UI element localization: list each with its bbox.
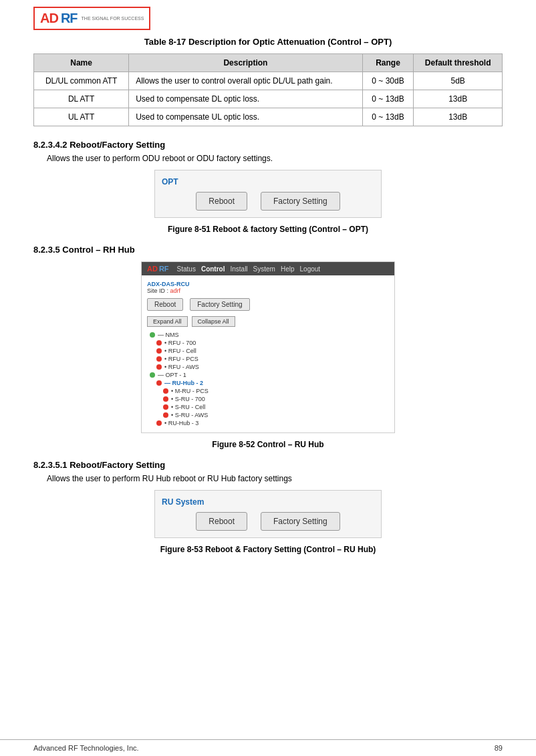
tree-item: • RFU - PCS <box>156 355 389 363</box>
table-row: DL ATT Used to compensate DL optic loss.… <box>34 90 503 108</box>
tree-label: • RFU - 700 <box>164 340 196 346</box>
tree-indicator <box>150 372 155 378</box>
rh-hub-factory-button[interactable]: Factory Setting <box>190 298 249 311</box>
cell-desc: Allows the user to control overall optic… <box>129 72 362 90</box>
rh-hub-screenshot: AD RF StatusControlInstallSystemHelpLogo… <box>141 261 395 433</box>
rh-hub-nav: AD RF StatusControlInstallSystemHelpLogo… <box>142 262 394 275</box>
collapse-all-button[interactable]: Collapse All <box>192 316 235 327</box>
device-name: ADX-DAS-RCU <box>147 281 190 287</box>
cell-name: UL ATT <box>34 108 129 126</box>
tree-item: • RFU - AWS <box>156 363 389 371</box>
footer-company: Advanced RF Technologies, Inc. <box>33 744 139 752</box>
expand-collapse-row: Expand All Collapse All <box>147 316 389 327</box>
tree-label: • S-RU - AWS <box>171 412 208 418</box>
col-range: Range <box>362 54 414 72</box>
opt-factory-button[interactable]: Factory Setting <box>261 192 340 211</box>
expand-all-button[interactable]: Expand All <box>147 316 188 327</box>
section-8234-subtext: Allows the user to perform ODU reboot or… <box>47 154 503 163</box>
cell-desc: Used to compensate UL optic loss. <box>129 108 362 126</box>
nav-logo-rf: RF <box>159 265 169 273</box>
tree-indicator <box>156 356 162 362</box>
tree-indicator <box>156 380 162 386</box>
cell-default: 5dB <box>414 72 503 90</box>
tree-indicator <box>163 388 168 394</box>
logo-box: AD RF THE SIGNAL FOR SUCCESS <box>33 7 150 30</box>
table-title: Table 8-17 Description for Optic Attenua… <box>33 37 503 47</box>
tree-indicator <box>156 420 162 426</box>
site-label: Site ID : <box>147 287 168 294</box>
nav-link-status[interactable]: Status <box>177 265 196 273</box>
footer-page-number: 89 <box>495 744 503 752</box>
opt-btn-row: Reboot Factory Setting <box>162 192 374 211</box>
figure-8-51-caption: Figure 8-51 Reboot & factory Setting (Co… <box>33 225 503 234</box>
cell-range: 0 ~ 13dB <box>362 90 414 108</box>
table-row: UL ATT Used to compensate UL optic loss.… <box>34 108 503 126</box>
tree-label: — RU-Hub - 2 <box>164 380 203 386</box>
tree-indicator <box>163 412 168 418</box>
table-row: DL/UL common ATT Allows the user to cont… <box>34 72 503 90</box>
nav-logo-ad: AD <box>147 265 158 273</box>
tree-indicator <box>156 364 162 370</box>
tree-item: • S-RU - 700 <box>163 395 389 403</box>
site-id: adrf <box>170 287 181 294</box>
section-82351-subtext: Allows the user to perform RU Hub reboot… <box>47 474 503 483</box>
nav-link-system[interactable]: System <box>253 265 275 273</box>
tree-indicator <box>156 340 162 346</box>
logo-ad: AD <box>40 11 58 26</box>
rh-hub-nav-links: StatusControlInstallSystemHelpLogout <box>177 265 321 273</box>
cell-default: 13dB <box>414 90 503 108</box>
ru-system-label: RU System <box>162 497 204 507</box>
tree-container: — NMS• RFU - 700• RFU - Cell• RFU - PCS•… <box>147 331 389 427</box>
tree-item: • S-RU - AWS <box>163 411 389 419</box>
page-footer: Advanced RF Technologies, Inc. 89 <box>0 739 536 756</box>
section-8235-heading: 8.2.3.5 Control – RH Hub <box>33 245 503 255</box>
tree-label: • RFU - AWS <box>164 364 199 370</box>
col-name: Name <box>34 54 129 72</box>
rh-hub-content: ADX-DAS-RCU Site ID : adrf Reboot Factor… <box>142 275 394 432</box>
header-logo: AD RF THE SIGNAL FOR SUCCESS <box>33 7 503 30</box>
cell-default: 13dB <box>414 108 503 126</box>
cell-range: 0 ~ 13dB <box>362 108 414 126</box>
tree-indicator <box>150 332 155 338</box>
nav-link-control[interactable]: Control <box>201 265 225 273</box>
tree-label: • RU-Hub - 3 <box>164 420 198 426</box>
tree-indicator <box>163 404 168 410</box>
ru-system-factory-button[interactable]: Factory Setting <box>261 512 340 531</box>
nav-link-logout[interactable]: Logout <box>300 265 321 273</box>
cell-range: 0 ~ 30dB <box>362 72 414 90</box>
nav-link-install[interactable]: Install <box>230 265 247 273</box>
section-82351-heading: 8.2.3.5.1 Reboot/Factory Setting <box>33 460 503 470</box>
rh-hub-reboot-button[interactable]: Reboot <box>147 298 183 311</box>
ru-system-screenshot: RU System Reboot Factory Setting <box>154 490 382 538</box>
opt-label: OPT <box>162 177 178 186</box>
tree-label: • RFU - Cell <box>164 348 196 354</box>
cell-name: DL ATT <box>34 90 129 108</box>
figure-8-53-caption: Figure 8-53 Reboot & Factory Setting (Co… <box>33 545 503 554</box>
logo-tagline: THE SIGNAL FOR SUCCESS <box>82 16 144 21</box>
tree-item: • RFU - Cell <box>156 347 389 355</box>
ru-system-btn-row: Reboot Factory Setting <box>162 512 374 531</box>
tree-label: • S-RU - 700 <box>171 396 205 402</box>
opt-screenshot-box: OPT Reboot Factory Setting <box>154 170 382 218</box>
logo-rf: RF <box>61 11 78 26</box>
tree-item: — RU-Hub - 2 <box>156 379 389 387</box>
tree-label: • RFU - PCS <box>164 356 198 362</box>
page-container: AD RF THE SIGNAL FOR SUCCESS Table 8-17 … <box>0 0 536 756</box>
col-description: Description <box>129 54 362 72</box>
rh-hub-nav-logo: AD RF <box>147 265 169 273</box>
cell-name: DL/UL common ATT <box>34 72 129 90</box>
tree-indicator <box>163 396 168 402</box>
tree-item: — OPT - 1 <box>150 371 389 379</box>
rh-hub-btn-row: Reboot Factory Setting <box>147 298 389 311</box>
tree-label: • M-RU - PCS <box>171 388 209 394</box>
tree-item: • RFU - 700 <box>156 339 389 347</box>
device-info: ADX-DAS-RCU Site ID : adrf <box>147 281 389 294</box>
tree-item: • RU-Hub - 3 <box>156 419 389 427</box>
tree-item: • S-RU - Cell <box>163 403 389 411</box>
tree-label: — NMS <box>158 332 179 338</box>
section-8234-heading: 8.2.3.4.2 Reboot/Factory Setting <box>33 140 503 150</box>
opt-reboot-button[interactable]: Reboot <box>196 192 247 211</box>
ru-system-reboot-button[interactable]: Reboot <box>196 512 247 531</box>
tree-item: • M-RU - PCS <box>163 387 389 395</box>
nav-link-help[interactable]: Help <box>281 265 295 273</box>
